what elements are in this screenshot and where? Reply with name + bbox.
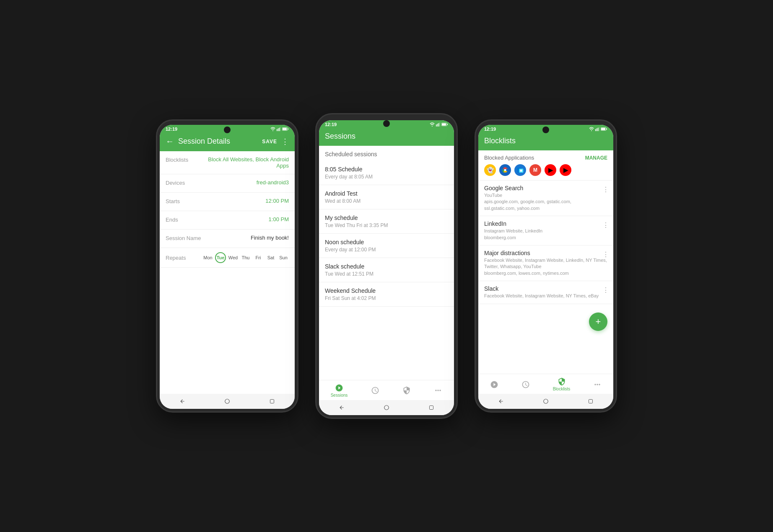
phone-blocklists: 12:19 Blocklists Blocked Applications MA… [475, 119, 617, 413]
session-name-6: Weekend Schedule [325, 287, 448, 294]
blocklist-slack[interactable]: ⋮ Slack Facebook Website, Instagram Webs… [478, 281, 613, 304]
blocked-apps-header: Blocked Applications MANAGE [484, 155, 607, 161]
header-title: Blocklists [484, 137, 607, 145]
svg-rect-15 [442, 124, 446, 126]
day-thu[interactable]: Thu [240, 252, 251, 263]
chrome-svg [502, 167, 508, 173]
more-icon [593, 380, 602, 389]
wifi-icon [430, 122, 435, 127]
header-title: Sessions [325, 132, 448, 141]
session-item-6[interactable]: Weekend Schedule Fri Sat Sun at 4:02 PM [319, 282, 454, 307]
side-button [297, 188, 298, 209]
blocklist-linkedin[interactable]: ⋮ LinkedIn Instagram Website, LinkedInbl… [478, 216, 613, 245]
status-time: 12:19 [166, 127, 177, 132]
session-item-3[interactable]: My schedule Tue Wed Thu Fri at 3:35 PM [319, 209, 454, 234]
blocklist-google-search[interactable]: ⋮ Google Search YouTubeapis.google.com, … [478, 181, 613, 216]
svg-point-25 [504, 169, 506, 171]
nav-back[interactable] [178, 397, 187, 405]
blocklists-label: Blocklists [166, 156, 203, 163]
blocklist-apps-1: YouTubeapis.google.com, google.com, gsta… [484, 192, 607, 212]
add-blocklist-fab[interactable]: + [589, 312, 607, 331]
nav-recents[interactable] [586, 397, 595, 405]
svg-point-7 [225, 399, 230, 404]
sessions-icon [490, 380, 498, 389]
phone-screen: 12:19 Sessions Scheduled sessions 8:05 S… [319, 120, 454, 415]
status-time: 12:19 [484, 127, 496, 132]
nav-sessions[interactable] [486, 380, 503, 390]
sessions-icon [335, 384, 343, 392]
svg-rect-11 [438, 123, 439, 127]
more-menu-1[interactable]: ⋮ [602, 186, 609, 194]
session-name-value: Finish my book! [203, 235, 289, 241]
more-menu-2[interactable]: ⋮ [602, 221, 609, 229]
android-nav [319, 400, 454, 415]
nav-back[interactable] [337, 403, 346, 412]
nav-clock[interactable] [367, 385, 384, 396]
svg-point-29 [544, 399, 548, 404]
app-icon-outlook [514, 164, 526, 176]
svg-rect-17 [430, 406, 433, 410]
signal-icon [436, 122, 440, 127]
session-time-5: Tue Wed at 12:51 PM [325, 271, 448, 277]
svg-rect-10 [437, 124, 438, 127]
starts-row: Starts 12:00 PM [160, 193, 295, 211]
ends-value: 1:00 PM [203, 216, 289, 222]
nav-sessions-label: Sessions [331, 393, 348, 398]
day-wed[interactable]: Wed [228, 252, 239, 263]
svg-rect-8 [270, 400, 274, 403]
nav-blocklists[interactable] [398, 385, 415, 396]
android-nav [478, 394, 613, 409]
phone-screen: 12:19 ← Session Details SAVE ⋮ Blocklist… [160, 125, 295, 409]
session-item-5[interactable]: Slack schedule Tue Wed at 12:51 PM [319, 258, 454, 282]
signal-icon [277, 127, 281, 131]
bottom-nav: Blocklists [478, 374, 613, 394]
phone-notch [224, 127, 231, 133]
app-header: ← Session Details SAVE ⋮ [160, 133, 295, 151]
wifi-icon [589, 127, 594, 131]
svg-rect-21 [599, 127, 599, 131]
session-detail-content: Blocklists Block All Websites, Block And… [160, 151, 295, 394]
nav-back[interactable] [497, 397, 505, 405]
ends-row: Ends 1:00 PM [160, 211, 295, 230]
save-button[interactable]: SAVE [262, 139, 277, 145]
nav-sessions[interactable]: Sessions [327, 383, 352, 398]
more-button[interactable]: ⋮ [281, 137, 289, 146]
session-item-4[interactable]: Noon schedule Every day at 12:00 PM [319, 234, 454, 258]
shield-icon [402, 386, 411, 395]
app-icon-chrome [499, 164, 511, 176]
manage-button[interactable]: MANAGE [585, 155, 607, 161]
battery-icon [441, 122, 448, 127]
back-button[interactable]: ← [166, 137, 174, 146]
session-item-1[interactable]: 8:05 Schedule Every day at 8:05 AM [319, 161, 454, 185]
nav-clock[interactable] [517, 380, 534, 390]
outlook-svg [517, 167, 524, 173]
blocklist-major-distractions[interactable]: ⋮ Major distractions Facebook Website, I… [478, 245, 613, 281]
session-name-3: My schedule [325, 214, 448, 221]
day-mon[interactable]: Mon [202, 252, 213, 263]
day-sat[interactable]: Sat [265, 252, 276, 263]
day-fri[interactable]: Fri [253, 252, 264, 263]
session-item-2[interactable]: Android Test Wed at 8:00 AM [319, 185, 454, 209]
bottom-nav: Sessions [319, 380, 454, 400]
nav-home[interactable] [223, 397, 231, 405]
nav-recents[interactable] [268, 397, 276, 405]
blocklist-name-1: Google Search [484, 185, 607, 191]
nav-more[interactable] [589, 380, 606, 390]
app-header: Sessions [319, 129, 454, 146]
starts-value: 12:00 PM [203, 198, 289, 204]
svg-point-16 [384, 405, 389, 410]
devices-row: Devices fred-android3 [160, 174, 295, 193]
nav-home[interactable] [382, 403, 391, 412]
more-menu-3[interactable]: ⋮ [602, 251, 609, 258]
phone-screen: 12:19 Blocklists Blocked Applications MA… [478, 125, 613, 409]
nav-blocklists[interactable]: Blocklists [549, 377, 575, 392]
app-icon-youtube2: ▶ [560, 164, 571, 176]
blocklists-content: Blocked Applications MANAGE 👻 [478, 150, 613, 374]
nav-more[interactable] [430, 385, 446, 396]
day-tue[interactable]: Tue [215, 252, 226, 263]
nav-recents[interactable] [427, 403, 436, 412]
day-sun[interactable]: Sun [278, 252, 289, 263]
more-menu-4[interactable]: ⋮ [602, 286, 609, 294]
nav-home[interactable] [542, 397, 550, 405]
more-icon [434, 386, 442, 395]
